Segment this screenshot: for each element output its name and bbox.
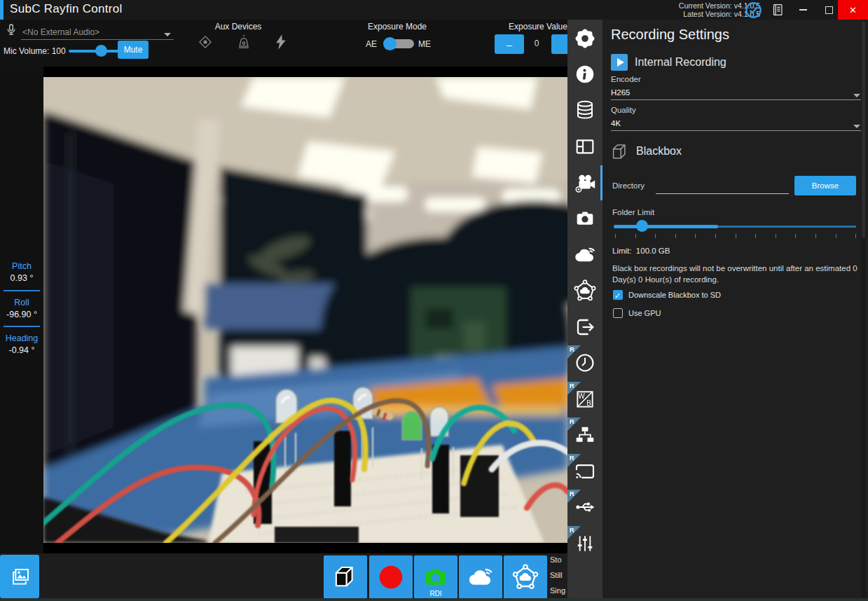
panel-title: Recording Settings [611, 27, 729, 43]
blackbox-cube-icon [609, 141, 631, 165]
use-gpu-checkbox[interactable] [613, 308, 623, 318]
aux-sonar-icon[interactable] [197, 34, 214, 53]
chevron-down-icon[interactable] [853, 125, 860, 128]
pitch-value: 0.93 ° [0, 273, 43, 283]
blackbox-heading: Blackbox [636, 145, 682, 158]
remote-badge: R [567, 454, 581, 467]
node-network-button[interactable] [504, 555, 547, 599]
blackbox-button[interactable] [324, 555, 367, 599]
browse-button[interactable]: Browse [794, 176, 856, 195]
roll-label: Roll [0, 298, 43, 308]
blackbox-note: Black box recordings will not be overwri… [612, 263, 859, 285]
media-gallery-button[interactable] [0, 555, 39, 598]
ae-label: AE [366, 39, 377, 49]
directory-label: Directory [612, 181, 645, 190]
directory-input[interactable] [656, 182, 789, 193]
toggle-knob[interactable] [383, 37, 397, 50]
audio-select-underline [21, 39, 174, 40]
folder-limit-slider-thumb[interactable] [636, 220, 648, 232]
status-line-3: Sing [550, 586, 565, 595]
rdi-label: RDI [414, 590, 457, 597]
divider [4, 326, 40, 327]
sidebar-item-still-camera[interactable] [567, 201, 602, 236]
cloud-upload-button[interactable] [459, 555, 502, 599]
close-button[interactable]: ✕ [838, 0, 868, 20]
mic-volume-slider-thumb[interactable] [95, 45, 107, 57]
exposure-mode-label: Exposure Mode [361, 22, 434, 32]
aux-lamp-icon[interactable] [235, 33, 253, 54]
sidebar-item-cloud-upload[interactable] [567, 237, 602, 272]
heading-value: -0.94 ° [0, 345, 43, 355]
sidebar-item-settings[interactable] [567, 21, 602, 56]
sidebar-item-camera-settings[interactable] [567, 165, 602, 200]
changelog-icon[interactable] [769, 1, 787, 19]
window-title: SubC Rayfin Control [10, 2, 123, 16]
encoder-underline [611, 99, 862, 100]
exposure-value-label: Exposure Value [506, 22, 570, 32]
quality-underline [611, 130, 862, 131]
update-check-icon[interactable] [744, 1, 762, 19]
encoder-select[interactable]: H265 [611, 88, 631, 97]
exposure-mode-toggle[interactable] [385, 39, 414, 48]
folder-limit-label: Folder Limit [612, 208, 654, 216]
sidebar-item-layout[interactable] [567, 129, 602, 164]
sidebar-item-storage[interactable] [567, 92, 602, 127]
video-letterbox-bottom [43, 543, 567, 553]
microphone-icon [3, 22, 20, 42]
stills-capture-button[interactable]: RDI [414, 555, 457, 599]
mic-volume-label: Mic Volume: 100 [4, 46, 66, 56]
quality-select[interactable]: 4K [611, 119, 621, 127]
selected-tab-indicator [600, 165, 602, 200]
remote-badge: R [567, 526, 581, 539]
exposure-decrease-button[interactable]: – [495, 34, 524, 54]
quality-label: Quality [611, 106, 636, 114]
status-line-2: Still [550, 571, 563, 579]
camera-video-feed[interactable] [43, 77, 567, 543]
chevron-down-icon [164, 33, 171, 36]
minimize-button[interactable] [789, 0, 817, 20]
mic-volume-slider[interactable] [69, 50, 119, 53]
audio-device-select[interactable]: <No External Audio> [22, 27, 99, 37]
aux-strobe-icon[interactable] [272, 33, 290, 54]
remote-badge: R [567, 382, 581, 395]
remote-badge: R [567, 490, 581, 503]
app-window: SubC Rayfin Control Current Version: v4.… [0, 0, 868, 601]
me-label: ME [418, 39, 431, 49]
mute-button[interactable]: Mute [118, 41, 149, 59]
use-gpu-label: Use GPU [628, 309, 661, 317]
limit-value: Limit: 100.0 GB [612, 247, 670, 255]
heading-label: Heading [0, 333, 43, 343]
slider-tick-marks [615, 234, 856, 238]
title-accent [0, 0, 4, 20]
remote-badge: R [567, 345, 581, 359]
aux-devices-label: Aux Devices [202, 22, 275, 32]
downscale-label: Downscale Blackbox to SD [628, 291, 721, 299]
downscale-checkbox[interactable] [613, 290, 623, 300]
sidebar-item-node-network[interactable] [567, 273, 602, 308]
folder-limit-slider-fill [614, 225, 718, 228]
roll-value: -96.90 ° [0, 310, 43, 319]
internal-recording-heading: Internal Recording [635, 56, 726, 69]
record-button[interactable] [369, 555, 413, 599]
status-line-1: Sto [550, 555, 562, 564]
directory-underline [656, 193, 789, 194]
video-letterbox-top [43, 67, 567, 77]
sidebar-item-info[interactable] [567, 57, 602, 92]
panel-scrollbar-thumb[interactable] [862, 21, 865, 238]
window-bottom-edge [0, 598, 868, 601]
exposure-value: 0 [529, 39, 544, 48]
encoder-label: Encoder [611, 75, 641, 83]
sidebar-item-export[interactable] [567, 310, 602, 345]
pitch-label: Pitch [0, 261, 43, 271]
internal-recording-icon [611, 54, 628, 71]
chevron-down-icon[interactable] [853, 94, 860, 97]
svg-text:B: B [586, 399, 591, 407]
remote-badge: R [567, 417, 581, 431]
divider [4, 290, 40, 291]
